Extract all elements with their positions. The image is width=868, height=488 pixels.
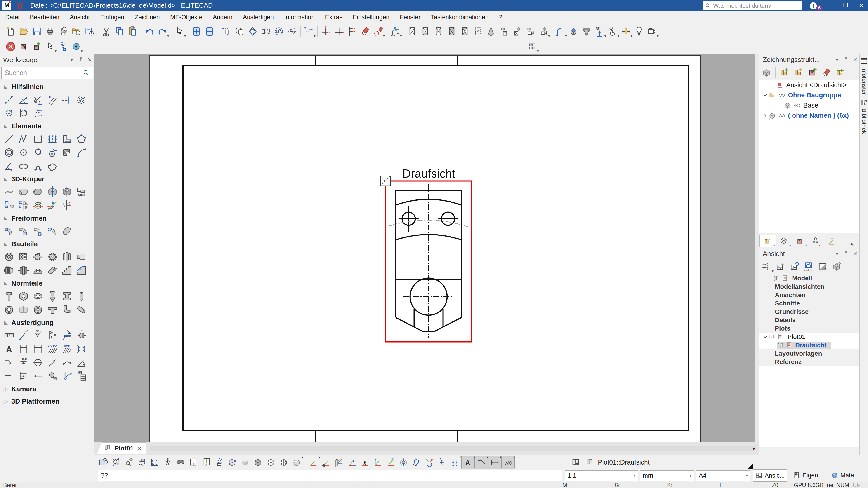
add-selection-button[interactable] [30,40,43,53]
command-input[interactable]: ?? [98,470,562,481]
view-item-details[interactable]: Details [760,316,860,324]
trim-corner-button[interactable] [319,25,333,38]
stairs-railing-tool[interactable] [74,264,89,277]
plot-print-button[interactable] [213,456,225,468]
pipe-surface-tool[interactable] [31,224,45,238]
stairs-tool[interactable] [60,264,74,277]
view-item-schnitte[interactable]: Schnitte [760,299,860,307]
menu-me-objekte[interactable]: ME-Objekte [165,11,208,24]
s-curve-tool[interactable] [31,159,45,173]
view-shaded-button[interactable] [432,25,445,38]
touch-rotate-button[interactable]: ▾ [606,25,619,38]
section-header-bauteile[interactable]: Bauteile [0,238,94,250]
solid-box-button[interactable] [251,456,264,468]
move-reference-button[interactable]: ▾ [303,25,315,38]
guide-circle-point-tool[interactable] [2,106,16,120]
menu-ausfertigen[interactable]: Ausfertigen [238,11,279,24]
chevron-down-icon[interactable]: ▾ [537,49,539,54]
section-header-kamera[interactable]: ▷Kamera [0,383,94,395]
drawing-canvas[interactable]: Draufsicht [94,54,759,442]
gear-tool[interactable] [45,250,60,264]
menu-zeichnen[interactable]: Zeichnen [129,11,165,24]
chevron-down-icon[interactable] [762,334,768,340]
toolbar-grip[interactable] [1,26,3,37]
zoom-fit-button[interactable] [148,456,161,468]
concentric-circles-tool[interactable] [2,146,16,159]
chevron-down-icon[interactable]: ▾ [81,49,83,54]
measure-tool-button[interactable]: ▾ [389,25,402,38]
mirror-element-button[interactable] [259,25,272,38]
cancel-function-button[interactable] [4,40,17,53]
window-swap-button[interactable] [774,260,787,273]
menu-einstellungen[interactable]: Einstellungen [348,11,395,24]
screw-tool[interactable] [2,289,16,303]
menu-fenster[interactable]: Fenster [395,11,426,24]
save-copy-button[interactable] [83,25,96,38]
vr-view-button[interactable] [174,456,187,468]
view-item-modell[interactable]: Modell [760,274,860,283]
tolerance-frame-tool[interactable]: ⊥35 [2,329,16,342]
camera-next-button[interactable]: ▾ [537,25,550,38]
cut-button[interactable] [100,25,113,38]
close-panel-icon[interactable]: ✕ [850,57,860,63]
pin-icon[interactable] [76,57,85,63]
camera-previous-button[interactable] [524,25,537,38]
box-rotate-button[interactable] [410,456,423,468]
guide-angle-tool[interactable] [16,93,31,106]
grid-settings-button[interactable]: ▾ [526,40,539,53]
i-beam-tool[interactable] [60,289,74,303]
menu-tastenkombinationen[interactable]: Tastenkombinationen [426,11,494,24]
view-item-draufsicht[interactable]: Draufsicht [760,341,860,349]
section-header-freiformen[interactable]: Freiformen [0,212,94,224]
zoom-in-button[interactable] [190,25,203,38]
eigen-panel-button[interactable]: Eigen... [791,469,825,481]
parts-list-tool[interactable]: A [74,369,89,383]
view-item-modellansichten[interactable]: Modellansichten [760,283,860,291]
view-item-ansichten[interactable]: Ansichten [760,291,860,299]
extrude-solid-tool[interactable] [16,185,31,199]
camera-button[interactable]: ▾ [646,25,659,38]
section-header-normteile[interactable]: Normteile [0,277,94,289]
add-group-button[interactable] [777,66,792,79]
pulley-tool[interactable] [60,250,74,264]
bearing-block-tool[interactable] [31,264,45,277]
section-header-hilfslinien[interactable]: Hilfslinien [0,80,94,93]
cylinder-rod-tool[interactable] [74,303,89,317]
view-next-button[interactable] [510,25,524,38]
add-subgroup-button[interactable] [833,66,847,79]
close-panel-icon[interactable]: ✕ [85,57,94,63]
structure-box-button[interactable] [760,66,774,79]
chevron-down-icon[interactable]: ▾ [617,34,619,38]
wire-box-button[interactable] [264,456,277,468]
shaft-tool[interactable] [31,250,45,264]
ansic-panel-button[interactable]: Ansic... [753,469,787,482]
view-item-grundrisse[interactable]: Grundrisse [760,307,860,316]
section-header-3d-k-rper[interactable]: 3D-Körper [0,173,94,185]
menu-information[interactable]: Information [279,11,320,24]
polyline-tool[interactable] [16,132,31,146]
flange-tool[interactable] [31,303,45,317]
view-wireframe-button[interactable] [406,25,419,38]
menu-bearbeiten[interactable]: Bearbeiten [25,11,65,24]
bend-solid-tool[interactable] [60,199,74,212]
chain-dimension-tool[interactable] [31,342,45,356]
zs-tab-tab-axes[interactable] [823,235,839,248]
view-depth-button[interactable] [580,25,593,38]
move-element-button[interactable] [233,25,246,38]
stretch-element-button[interactable] [272,25,285,38]
group-select-button[interactable] [285,25,299,38]
node-edit-button[interactable] [57,40,70,53]
trim-multiple-button[interactable] [346,25,359,38]
add-selection-group-button[interactable] [805,66,819,79]
delete-partial-button[interactable]: ▾ [372,25,385,38]
print-button[interactable] [43,25,57,38]
menu--[interactable]: ? [494,11,508,24]
guide-perpendicular-tool[interactable] [31,93,45,106]
dimension-double-tool[interactable] [16,369,31,383]
datum-arrow-tool[interactable]: +1 [16,329,31,342]
redo-button[interactable]: ▾ [156,25,169,38]
light-symbol-tool[interactable]: + [74,329,89,342]
diamond-points-button[interactable] [436,456,448,468]
guide-parallel-tool[interactable]: n [45,93,60,106]
view-item-plots[interactable]: Plots [760,324,860,332]
